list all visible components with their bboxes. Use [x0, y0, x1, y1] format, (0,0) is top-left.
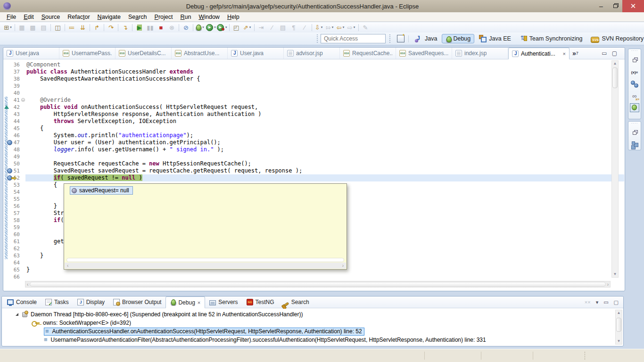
editor-tab-user-java[interactable]: User.java — [3, 48, 59, 59]
expressions-view-button[interactable] — [630, 91, 639, 100]
save-all-icon[interactable]: ▩ — [28, 23, 38, 32]
selected-stack-frame[interactable]: ≡AuthenticationSuccessHandler.onAuthenti… — [44, 328, 364, 336]
editor-tab-authenticati-[interactable]: Authenticati...× — [508, 48, 570, 59]
panel-tab-servers[interactable]: Servers — [205, 296, 242, 308]
gutter-ruler[interactable]: 50 — [4, 160, 25, 167]
code-text[interactable] — [25, 90, 624, 97]
debug-tree[interactable]: Daemon Thread [http-bio-8080-exec-6] (Su… — [2, 309, 615, 345]
gutter-ruler[interactable]: 43 — [4, 111, 25, 118]
code-text[interactable]: @Component — [25, 61, 624, 68]
code-line-40[interactable]: 40 — [4, 90, 624, 97]
step-return-icon[interactable]: ↴ — [120, 23, 130, 32]
panel-tab-testng[interactable]: TestNG — [242, 296, 279, 308]
gutter-ruler[interactable]: 65 — [4, 266, 25, 273]
gutter-ruler[interactable]: 36 — [4, 61, 25, 68]
open-task-icon[interactable]: ◫ — [53, 23, 63, 32]
debug-panel-vertical-scrollbar[interactable]: ▲ ▼ — [615, 310, 622, 345]
menu-run[interactable]: Run — [176, 13, 195, 21]
editor-tab-abstractuse-[interactable]: AbstractUse... — [172, 48, 228, 59]
outline-view-button[interactable] — [630, 140, 639, 149]
scroll-right-icon[interactable]: › — [342, 263, 344, 268]
editor-tab-advisor-jsp[interactable]: advisor.jsp — [284, 48, 340, 59]
suspend-icon[interactable]: ▮▮ — [145, 23, 155, 32]
gutter-ruler[interactable]: 64 — [4, 259, 25, 266]
fold-collapse-icon[interactable] — [21, 98, 25, 102]
skip-all-breakpoints-icon[interactable]: ⊘ — [181, 23, 191, 32]
menu-project[interactable]: Project — [151, 13, 177, 21]
code-text[interactable]: HttpServletResponse response, Authentica… — [25, 111, 624, 118]
scrollbar-thumb[interactable] — [616, 318, 621, 332]
code-line-37[interactable]: 37public class AuthenticationSuccessHand… — [4, 68, 624, 75]
gutter-ruler[interactable]: 49 — [4, 153, 25, 160]
perspective-debug[interactable]: Debug — [442, 34, 474, 43]
restore-window-button[interactable] — [608, 0, 622, 12]
code-text[interactable]: SavedRequestAwareAuthenticationSuccessHa… — [25, 75, 624, 82]
new-web-wizard-icon[interactable]: ◰ — [231, 23, 241, 32]
editor-horizontal-scrollbar[interactable]: ‹ › — [25, 281, 611, 288]
menu-refactor[interactable]: Refactor — [64, 13, 93, 21]
scroll-down-icon[interactable]: ▼ — [616, 338, 622, 344]
drag-handle-dots[interactable]: ···· — [631, 122, 638, 126]
code-line-49[interactable]: 49 — [4, 153, 624, 160]
close-window-button[interactable]: ✕ — [622, 0, 644, 12]
gutter-ruler[interactable]: 63 — [4, 252, 25, 259]
view-menu-icon[interactable]: ▾ — [596, 299, 599, 305]
gutter-ruler[interactable]: 39 — [4, 82, 25, 90]
code-line-46[interactable]: 46 System.out.println("authenticationpag… — [4, 132, 624, 139]
gutter-ruler[interactable]: 51 — [4, 167, 25, 174]
code-line-43[interactable]: 43 HttpServletResponse response, Authent… — [4, 111, 624, 118]
close-icon[interactable]: × — [563, 51, 566, 57]
code-text[interactable] — [25, 82, 624, 90]
debug-view-button[interactable] — [630, 103, 639, 112]
code-text[interactable]: public class AuthenticationSuccessHandle… — [25, 68, 624, 75]
code-text[interactable]: SavedRequest savedRequest = requestCache… — [25, 167, 624, 174]
drag-handle-dots[interactable]: ···· — [631, 49, 638, 53]
gutter-ruler[interactable]: 62 — [4, 245, 25, 252]
perspective-team-synchronizing[interactable]: Team Synchronizing — [516, 33, 586, 44]
gutter-ruler[interactable]: 53 — [4, 181, 25, 189]
editor-tab-user-java[interactable]: User.java — [228, 48, 284, 59]
code-line-38[interactable]: 38 SavedRequestAwareAuthenticationSucces… — [4, 75, 624, 82]
panel-tab-tasks[interactable]: Tasks — [41, 296, 73, 308]
editor-tab-requestcache-[interactable]: RequestCache... — [340, 48, 396, 59]
sort-members-icon[interactable]: ≔ — [67, 23, 77, 32]
editor-tab-savedreques-[interactable]: SavedReques... — [396, 48, 452, 59]
externalize-strings-icon[interactable]: ⇊ — [78, 23, 88, 32]
dropdown-arrow-icon[interactable]: ▾ — [354, 25, 355, 29]
minimize-view-icon[interactable]: ▭ — [602, 50, 607, 57]
panel-tab-display[interactable]: Display — [73, 296, 109, 308]
code-line-45[interactable]: 45 { — [4, 125, 624, 132]
go-into-icon[interactable]: ⇰▾ — [325, 23, 335, 32]
panel-tab-console[interactable]: Console — [3, 296, 41, 308]
dropdown-arrow-icon[interactable]: ▾ — [202, 25, 204, 29]
gutter-ruler[interactable]: 37 — [4, 68, 25, 75]
code-line-44[interactable]: 44 throws ServletException, IOException — [4, 118, 624, 125]
scroll-up-icon[interactable]: ▲ — [612, 61, 618, 66]
show-whitespace-icon[interactable]: ¶ — [289, 23, 299, 32]
quick-access-input[interactable] — [321, 34, 386, 43]
code-line-52[interactable]: 52 if( savedRequest != null ) — [4, 174, 624, 181]
menu-file[interactable]: File — [3, 13, 20, 21]
block-selection-icon[interactable]: ∕ — [300, 23, 310, 32]
tooltip-horizontal-scrollbar[interactable]: ‹ › — [65, 263, 346, 269]
editor-tab-userdetailsc-[interactable]: UserDetailsC... — [116, 48, 172, 59]
code-text[interactable]: System.out.println("authenticationpage")… — [25, 132, 624, 139]
perspective-java-ee[interactable]: Java EE — [475, 33, 515, 44]
maximize-view-icon[interactable]: ▢ — [614, 299, 619, 305]
gutter-ruler[interactable]: 40 — [4, 90, 25, 97]
menu-window[interactable]: Window — [195, 13, 223, 21]
panel-tab-browser-output[interactable]: Browser Output — [109, 296, 165, 308]
menu-navigate[interactable]: Navigate — [94, 13, 124, 21]
use-step-filters-icon[interactable]: ∕ — [267, 23, 277, 32]
gutter-ruler[interactable]: 44 — [4, 118, 25, 125]
perspective-svn-repository-exploring[interactable]: SVN Repository Exploring — [587, 34, 644, 43]
breakpoints-view-button[interactable] — [630, 80, 639, 89]
panel-tab-debug[interactable]: Debug× — [165, 296, 205, 308]
dropdown-arrow-icon[interactable]: ▾ — [10, 25, 12, 29]
tree-row-3[interactable]: ≡UsernamePasswordAuthenticationFilter(Ab… — [2, 336, 615, 344]
editor-tab-index-jsp[interactable]: index.jsp — [452, 48, 508, 59]
minimize-view-icon[interactable]: ▭ — [603, 299, 608, 305]
scrollbar-thumb[interactable] — [30, 282, 605, 287]
code-text[interactable]: User user = (User) authentication.getPri… — [25, 139, 624, 146]
gutter-ruler[interactable]: 59 — [4, 224, 25, 231]
